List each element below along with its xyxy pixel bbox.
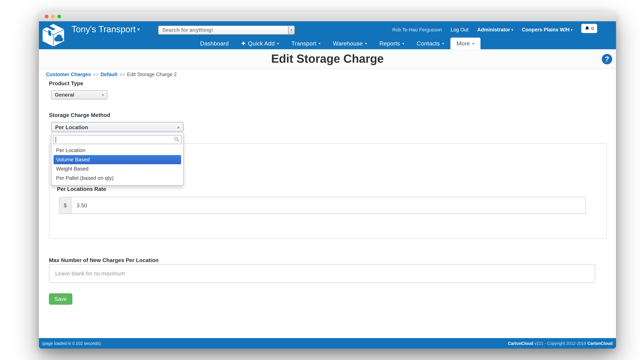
user-name: Rob Te-Hau Fergusson bbox=[392, 27, 442, 32]
breadcrumb-customer-charges[interactable]: Customer Charges bbox=[46, 71, 91, 77]
chevron-down-icon: ▾ bbox=[365, 42, 367, 45]
desktop: Tony's Transport▾ ▾ Rob Te-Hau Fergusson… bbox=[0, 0, 644, 360]
chevron-down-icon: ▾ bbox=[137, 27, 140, 32]
nav-quick-add[interactable]: ✚Quick Add▾ bbox=[235, 37, 285, 49]
nav-dashboard[interactable]: Dashboard bbox=[194, 37, 235, 49]
role-label: Administrator bbox=[477, 27, 510, 32]
chevron-down-icon: ▾ bbox=[472, 42, 474, 45]
rate-input-group: $ bbox=[59, 197, 586, 214]
chevron-down-icon: ▾ bbox=[277, 42, 279, 45]
option-per-pallet[interactable]: Per Pallet (based on qty) bbox=[54, 173, 181, 183]
bell-icon bbox=[584, 26, 590, 31]
role-menu[interactable]: Administrator▾ bbox=[477, 27, 513, 32]
per-locations-rate-label: Per Locations Rate bbox=[57, 186, 106, 192]
chevron-down-icon: ▾ bbox=[402, 42, 404, 45]
chevron-down-icon: ▾ bbox=[571, 28, 572, 31]
breadcrumb-default[interactable]: Default bbox=[100, 71, 118, 77]
rate-input[interactable] bbox=[71, 197, 586, 214]
page-load-time: (page loaded in 0.102 seconds) bbox=[42, 341, 101, 346]
dropdown-search-input[interactable] bbox=[53, 135, 182, 144]
currency-prefix: $ bbox=[59, 197, 71, 214]
chevron-down-icon: ▾ bbox=[512, 28, 513, 31]
product-type-select[interactable]: General ▾ bbox=[51, 90, 108, 99]
main-nav: Dashboard ✚Quick Add▾ Transport▾ Warehou… bbox=[39, 37, 616, 49]
max-charges-label: Max Number of New Charges Per Location bbox=[49, 257, 158, 263]
method-options-list: Per Location Volume Based Weight Based P… bbox=[54, 146, 181, 183]
breadcrumb: Customer Charges>>Default>>Edit Storage … bbox=[46, 71, 177, 77]
option-volume-based[interactable]: Volume Based bbox=[54, 155, 181, 164]
option-per-location[interactable]: Per Location bbox=[54, 146, 181, 155]
save-button[interactable]: Save bbox=[49, 293, 72, 305]
warehouse-label: Coopers Plains W/H bbox=[522, 27, 570, 32]
option-weight-based[interactable]: Weight Based bbox=[54, 164, 181, 173]
search-input[interactable] bbox=[158, 25, 288, 35]
nav-reports[interactable]: Reports▾ bbox=[373, 37, 410, 49]
nav-transport[interactable]: Transport▾ bbox=[285, 37, 327, 49]
storage-charge-method-value: Per Location bbox=[55, 124, 88, 130]
method-dropdown: Per Location Volume Based Weight Based P… bbox=[51, 132, 184, 186]
nav-contacts[interactable]: Contacts▾ bbox=[410, 37, 450, 49]
tenant-name: Tony's Transport bbox=[72, 24, 136, 34]
breadcrumb-separator: >> bbox=[93, 72, 98, 77]
storage-charge-method-select[interactable]: Per Location ▴ bbox=[51, 122, 184, 132]
logout-link[interactable]: Log Out bbox=[451, 27, 468, 32]
minimize-window-button[interactable] bbox=[51, 15, 55, 18]
page-content: Edit Storage Charge ? Customer Charges>>… bbox=[39, 49, 616, 338]
chevron-up-icon: ▴ bbox=[178, 125, 180, 129]
fullscreen-window-button[interactable] bbox=[57, 15, 61, 18]
cartoncloud-logo-icon bbox=[41, 22, 65, 48]
page-title: Edit Storage Charge bbox=[39, 49, 616, 68]
breadcrumb-separator: >> bbox=[120, 72, 125, 77]
plus-icon: ✚ bbox=[241, 40, 245, 46]
window-titlebar bbox=[39, 12, 616, 21]
chevron-down-icon: ▾ bbox=[442, 42, 444, 45]
nav-warehouse[interactable]: Warehouse▾ bbox=[327, 37, 373, 49]
product-type-label: Product Type bbox=[49, 80, 83, 87]
search-icon bbox=[174, 137, 180, 142]
chevron-down-icon: ▾ bbox=[319, 42, 320, 45]
user-toolbar: Rob Te-Hau Fergusson Log Out Administrat… bbox=[392, 26, 597, 33]
search-scope-dropdown[interactable]: ▾ bbox=[288, 25, 295, 35]
global-search: ▾ bbox=[158, 25, 295, 35]
breadcrumb-current: Edit Storage Charge 2 bbox=[127, 71, 177, 77]
warehouse-menu[interactable]: Coopers Plains W/H▾ bbox=[522, 27, 572, 32]
max-charges-input[interactable] bbox=[49, 264, 595, 283]
text-cursor bbox=[56, 137, 56, 142]
page-title-bar: Edit Storage Charge ? bbox=[39, 49, 616, 69]
tenant-menu[interactable]: Tony's Transport▾ bbox=[72, 24, 140, 34]
storage-charge-method-label: Storage Charge Method bbox=[49, 112, 110, 118]
chevron-down-icon: ▾ bbox=[102, 93, 104, 97]
help-button[interactable]: ? bbox=[602, 54, 612, 64]
app-window: Tony's Transport▾ ▾ Rob Te-Hau Fergusson… bbox=[39, 12, 616, 349]
nav-more[interactable]: More▾ bbox=[450, 37, 480, 49]
notifications-button[interactable]: 0 bbox=[581, 24, 597, 33]
app-header: Tony's Transport▾ ▾ Rob Te-Hau Fergusson… bbox=[39, 21, 616, 49]
copyright: CartonCloud v221 - Copyright 2012-2019 C… bbox=[508, 341, 612, 346]
chevron-down-icon: ▾ bbox=[291, 28, 292, 32]
app-footer: (page loaded in 0.102 seconds) CartonClo… bbox=[39, 338, 616, 349]
product-type-value: General bbox=[55, 92, 74, 98]
method-dropdown-search bbox=[53, 135, 182, 144]
notification-count: 0 bbox=[591, 26, 594, 31]
close-window-button[interactable] bbox=[45, 15, 48, 18]
